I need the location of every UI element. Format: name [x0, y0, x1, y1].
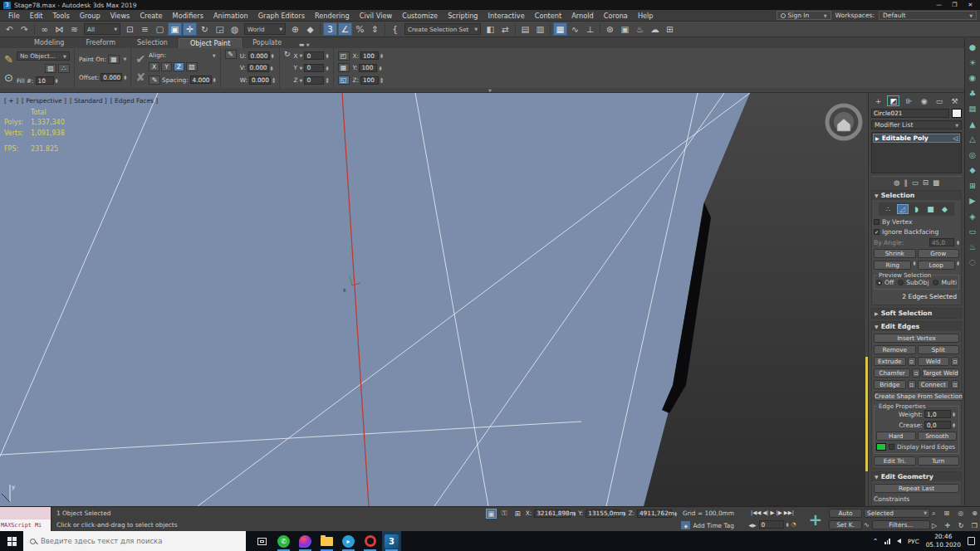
insert-vertex-button[interactable]: Insert Vertex — [874, 334, 959, 343]
paint-fill-icon[interactable]: ⊙ — [4, 71, 13, 84]
create-selection-set-dropdown[interactable]: Create Selection Set▼ — [404, 23, 481, 35]
commit-check-icon[interactable]: ✔ — [135, 52, 145, 66]
split-button[interactable]: Split — [918, 345, 960, 354]
subobject-polygon-icon[interactable]: ■ — [925, 204, 937, 214]
render-cloud-icon[interactable]: ☁ — [648, 22, 662, 36]
menu-graph-editors[interactable]: Graph Editors — [253, 10, 310, 21]
panel-tab-hierarchy[interactable]: ⊪ — [903, 95, 915, 106]
modifier-stack[interactable]: ▶Editable Poly ◁ — [871, 132, 962, 173]
uvw-field-u[interactable]: 0.000 — [248, 51, 270, 60]
set-keys-button[interactable]: + — [802, 507, 829, 531]
align-axis-y[interactable]: Y — [161, 62, 172, 71]
scale-options-icon[interactable]: ▦ — [338, 63, 350, 72]
spinner-icon[interactable]: ▲▼ — [326, 77, 328, 82]
spinner-icon[interactable]: ▲▼ — [271, 66, 273, 71]
rendered-frame-icon[interactable]: ▣ — [618, 22, 632, 36]
pan-icon[interactable]: ✛ — [945, 522, 951, 529]
foliage-icon[interactable]: ♣ — [969, 88, 977, 99]
ignore-backfacing-checkbox[interactable]: ✓ — [874, 229, 880, 235]
object-color-swatch[interactable] — [952, 109, 962, 118]
menu-customize[interactable]: Customize — [397, 10, 443, 21]
subobject-element-icon[interactable]: ◆ — [939, 204, 951, 214]
menu-modifiers[interactable]: Modifiers — [168, 10, 208, 21]
shrink-button[interactable]: Shrink — [874, 249, 916, 258]
crease-field[interactable]: 0,0 — [924, 421, 951, 429]
panel-tab-utilities[interactable]: ⚒ — [948, 95, 961, 106]
paint-brush-options-icon[interactable]: ▨ — [45, 64, 56, 73]
go-to-start-button[interactable]: |◀◀ — [751, 510, 761, 516]
curve-editor-icon[interactable]: ∿ — [568, 22, 582, 36]
notification-center-icon[interactable] — [968, 537, 975, 545]
scale-field-z[interactable]: 100 — [360, 76, 379, 85]
paint-objects-icon[interactable]: ✎ — [4, 53, 13, 66]
viewport-edged-faces-label[interactable]: [ Edged Faces ] — [110, 97, 159, 105]
menu-corona[interactable]: Corona — [599, 10, 633, 21]
filters-button[interactable]: Filters... — [872, 520, 930, 529]
spinner-icon[interactable]: ▲▼ — [56, 78, 58, 83]
connect-button[interactable]: Connect — [918, 380, 950, 389]
clock[interactable]: 20:4605.10.2020 — [926, 533, 961, 549]
play-icon[interactable]: ▶ — [969, 195, 975, 206]
language-indicator[interactable]: РУС — [908, 538, 919, 545]
isolate-selection-toggle[interactable]: ▣ — [486, 509, 497, 519]
rotation-field-y[interactable]: 0 — [304, 64, 324, 72]
select-and-link-icon[interactable]: ∞ — [37, 22, 51, 36]
taskbar-search[interactable] — [23, 531, 246, 551]
offset-field[interactable]: 0.000 — [100, 73, 122, 81]
align-axis-z[interactable]: Z — [174, 62, 184, 71]
extrude-settings-icon[interactable]: ▫ — [908, 357, 916, 366]
uvw-field-w[interactable]: 0.000 — [249, 76, 271, 85]
time-config-icon[interactable]: ◔ — [791, 521, 796, 528]
bridge-settings-icon[interactable]: ▫ — [908, 380, 916, 389]
selection-filter-dropdown[interactable]: All▼ — [84, 23, 120, 35]
spinner-icon[interactable]: ▲▼ — [326, 66, 328, 71]
command-panel-scrollbar[interactable] — [865, 93, 868, 506]
chamfer-settings-icon[interactable]: ▫ — [912, 368, 920, 378]
taskbar-app-task-view[interactable] — [252, 531, 272, 551]
weld-settings-icon[interactable]: ▫ — [951, 357, 959, 366]
selection-rollout-header[interactable]: ▼Selection — [872, 191, 961, 200]
loop-button[interactable]: Loop — [918, 261, 955, 270]
render-setup-icon[interactable]: ⊛ — [603, 22, 617, 36]
scale-tool-icon[interactable]: ◰ — [338, 51, 350, 61]
auto-key-button[interactable]: Auto — [829, 509, 862, 518]
menu-views[interactable]: Views — [105, 10, 135, 21]
preview-multi-radio[interactable] — [933, 280, 938, 285]
scene-explorer-icon[interactable]: ▤ — [518, 22, 532, 36]
preview-subobj-radio[interactable] — [898, 280, 904, 285]
x-coordinate-field[interactable]: 32161,898m — [534, 510, 571, 518]
paint-object-dropdown[interactable]: No Object...▼ — [17, 51, 70, 61]
select-and-scale-icon[interactable]: ◲ — [213, 22, 227, 36]
undo-icon[interactable]: ↶ — [2, 22, 17, 36]
camera-gear-icon[interactable]: ◈ — [969, 211, 975, 222]
select-and-rotate-icon[interactable]: ↻ — [198, 22, 212, 36]
smooth-button[interactable]: Smooth — [918, 432, 958, 441]
percent-snap-icon[interactable]: % — [353, 22, 367, 36]
tree-icon[interactable]: ▲ — [969, 119, 975, 129]
connect-settings-icon[interactable]: ▫ — [951, 380, 959, 389]
scale-field-x[interactable]: 100 — [360, 51, 379, 60]
menu-content[interactable]: Content — [530, 10, 567, 21]
spinner-icon[interactable]: ▲▼ — [272, 77, 275, 82]
use-pivot-point-icon[interactable]: ⊕ — [288, 22, 302, 36]
stack-item-editable-poly[interactable]: ▶Editable Poly ◁ — [873, 134, 960, 143]
curves-icon[interactable]: ∿ — [864, 521, 870, 529]
window-crossing-icon[interactable]: ▣ — [168, 22, 182, 36]
spacing-brush-icon[interactable]: ✎ — [149, 76, 160, 85]
set-key-button[interactable]: Set K. — [829, 520, 862, 529]
pin-stack-icon[interactable]: ◍ — [894, 178, 899, 187]
torus-icon[interactable]: ◎ — [969, 149, 976, 160]
taskbar-app-paint-3d[interactable] — [296, 531, 315, 551]
stack-display-icon[interactable]: ◁ — [953, 134, 958, 142]
y-coordinate-field[interactable]: 13155,0mm — [586, 510, 620, 518]
remove-button[interactable]: Remove — [874, 345, 916, 354]
menu-civil-view[interactable]: Civil View — [355, 10, 397, 21]
cancel-x-icon[interactable]: ✘ — [135, 71, 145, 84]
network-icon[interactable] — [884, 539, 890, 544]
zoom-icon[interactable]: ⌕ — [932, 510, 935, 518]
menu-create[interactable]: Create — [135, 10, 167, 21]
taskbar-app-whatsapp[interactable]: ✆ — [274, 531, 293, 551]
taskbar-app-3ds-max[interactable]: 3 — [382, 531, 401, 551]
rotate-icon[interactable]: ↻ — [284, 50, 291, 58]
select-and-place-icon[interactable]: ◍ — [228, 22, 242, 36]
